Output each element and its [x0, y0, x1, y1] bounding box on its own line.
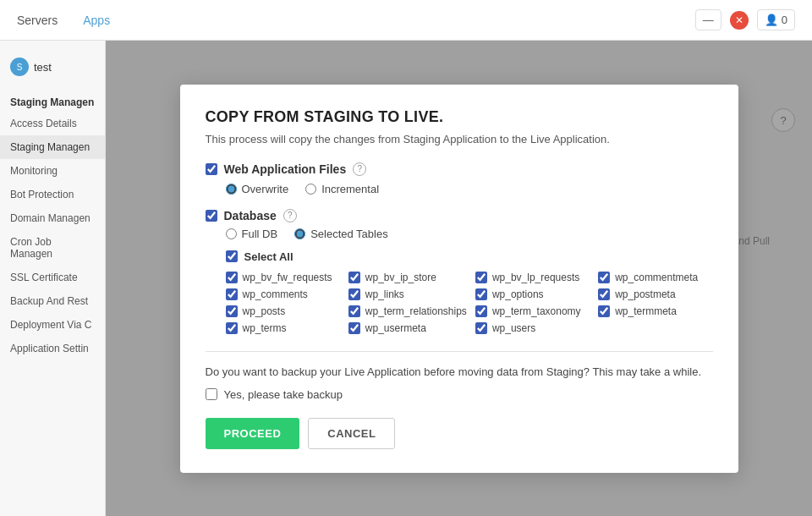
table-name-13: wp_usermeta — [365, 322, 426, 334]
db-options: Full DB Selected Tables — [226, 228, 713, 240]
web-app-checkbox[interactable] — [206, 163, 217, 175]
table-item-7: wp_postmeta — [598, 288, 712, 300]
table-name-11: wp_termmeta — [615, 305, 677, 317]
sidebar-item-deployment[interactable]: Deployment Via C — [0, 313, 105, 337]
modal-overlay: COPY FROM STAGING TO LIVE. This process … — [106, 41, 812, 516]
nav-servers[interactable]: Servers — [17, 14, 58, 27]
sidebar-section-label: Staging Managen — [0, 88, 105, 112]
main-content: ? and Pull COPY FROM STAGING TO LIVE. Th… — [106, 41, 812, 516]
sidebar-item-cron-job[interactable]: Cron Job Managen — [0, 230, 105, 266]
server-icon: S — [10, 58, 29, 76]
sidebar: S test Staging Managen Access Details St… — [0, 41, 106, 516]
selected-tables-option[interactable]: Selected Tables — [294, 228, 388, 240]
sidebar-item-backup[interactable]: Backup And Rest — [0, 289, 105, 313]
modal-subtitle: This process will copy the changes from … — [206, 133, 713, 145]
copy-staging-modal: COPY FROM STAGING TO LIVE. This process … — [180, 85, 738, 473]
table-item-3: wp_commentmeta — [598, 272, 712, 283]
table-item-8: wp_posts — [226, 305, 340, 317]
server-name: test — [34, 61, 52, 74]
action-buttons: PROCEED CANCEL — [206, 418, 713, 449]
table-checkbox-1[interactable] — [348, 272, 360, 283]
table-item-12: wp_terms — [226, 322, 340, 334]
main-layout: S test Staging Managen Access Details St… — [0, 41, 812, 516]
table-item-13: wp_usermeta — [348, 322, 467, 334]
incremental-radio[interactable] — [305, 184, 316, 195]
table-checkbox-10[interactable] — [475, 305, 487, 317]
sidebar-item-bot-protection[interactable]: Bot Protection — [0, 183, 105, 206]
table-name-0: wp_bv_fw_requests — [243, 272, 332, 283]
web-app-options: Overwrite Incremental — [226, 183, 713, 195]
incremental-option[interactable]: Incremental — [305, 183, 379, 195]
overwrite-option[interactable]: Overwrite — [226, 183, 289, 195]
table-checkbox-12[interactable] — [226, 322, 238, 334]
table-item-14: wp_users — [475, 322, 590, 334]
backup-checkbox[interactable] — [206, 388, 217, 400]
table-checkbox-13[interactable] — [348, 322, 360, 334]
nav-right: — ✕ 👤 0 — [695, 9, 795, 30]
table-name-9: wp_term_relationships — [365, 305, 467, 317]
full-db-option[interactable]: Full DB — [226, 228, 278, 240]
table-name-2: wp_bv_lp_requests — [492, 272, 579, 283]
web-app-info-icon[interactable]: ? — [353, 162, 366, 176]
table-name-14: wp_users — [492, 322, 535, 334]
database-info-icon[interactable]: ? — [283, 209, 297, 222]
table-name-5: wp_links — [365, 288, 404, 300]
table-item-9: wp_term_relationships — [348, 305, 467, 317]
table-checkbox-11[interactable] — [598, 305, 610, 317]
table-item-4: wp_comments — [226, 288, 340, 300]
table-checkbox-4[interactable] — [226, 288, 238, 300]
table-name-12: wp_terms — [243, 322, 287, 334]
user-count: 0 — [782, 14, 787, 26]
close-button-x[interactable]: ✕ — [730, 11, 749, 30]
sidebar-logo: S test — [0, 51, 105, 88]
table-name-8: wp_posts — [243, 305, 286, 317]
table-item-11: wp_termmeta — [598, 305, 712, 317]
sidebar-item-ssl[interactable]: SSL Certificate — [0, 266, 105, 289]
table-name-3: wp_commentmeta — [615, 272, 698, 283]
database-checkbox[interactable] — [206, 210, 217, 222]
cancel-button[interactable]: CANCEL — [308, 418, 395, 449]
user-icon: 👤 — [765, 14, 778, 26]
table-checkbox-3[interactable] — [598, 272, 610, 283]
table-checkbox-6[interactable] — [475, 288, 487, 300]
web-app-label: Web Application Files — [224, 162, 347, 176]
table-item-10: wp_term_taxonomy — [475, 305, 590, 317]
table-checkbox-7[interactable] — [598, 288, 610, 300]
database-label: Database — [224, 209, 277, 222]
table-name-4: wp_comments — [243, 288, 308, 300]
sidebar-item-staging-manage[interactable]: Staging Managen — [0, 135, 105, 159]
sidebar-item-app-settings[interactable]: Application Settin — [0, 337, 105, 360]
table-name-7: wp_postmeta — [615, 288, 675, 300]
incremental-label: Incremental — [321, 183, 379, 195]
backup-checkbox-row: Yes, please take backup — [206, 388, 713, 401]
table-checkbox-5[interactable] — [348, 288, 360, 300]
select-all-checkbox[interactable] — [226, 250, 238, 262]
table-item-5: wp_links — [348, 288, 467, 300]
table-checkbox-8[interactable] — [226, 305, 238, 317]
sidebar-item-domain-manage[interactable]: Domain Managen — [0, 206, 105, 230]
select-all-label: Select All — [244, 250, 294, 263]
table-checkbox-2[interactable] — [475, 272, 487, 283]
sidebar-item-monitoring[interactable]: Monitoring — [0, 159, 105, 183]
table-checkbox-9[interactable] — [348, 305, 360, 317]
nav-badge-mini: — — [695, 9, 721, 30]
full-db-radio[interactable] — [226, 228, 237, 239]
select-all-row: Select All — [226, 250, 713, 263]
overwrite-radio[interactable] — [226, 184, 237, 195]
database-section: Database ? — [206, 209, 713, 222]
proceed-button[interactable]: PROCEED — [206, 418, 300, 449]
full-db-label: Full DB — [242, 228, 278, 240]
table-item-1: wp_bv_ip_store — [348, 272, 467, 283]
sidebar-item-access-details[interactable]: Access Details — [0, 112, 105, 135]
table-checkbox-0[interactable] — [226, 272, 238, 283]
selected-tables-label: Selected Tables — [310, 228, 388, 240]
top-nav: Servers Apps — ✕ 👤 0 — [0, 0, 812, 41]
selected-tables-radio[interactable] — [294, 228, 305, 239]
user-badge[interactable]: 👤 0 — [757, 9, 795, 30]
table-checkbox-14[interactable] — [475, 322, 487, 334]
table-item-empty — [598, 322, 712, 334]
table-name-6: wp_options — [492, 288, 544, 300]
table-item-0: wp_bv_fw_requests — [226, 272, 340, 283]
table-name-10: wp_term_taxonomy — [492, 305, 581, 317]
nav-apps[interactable]: Apps — [83, 14, 110, 27]
